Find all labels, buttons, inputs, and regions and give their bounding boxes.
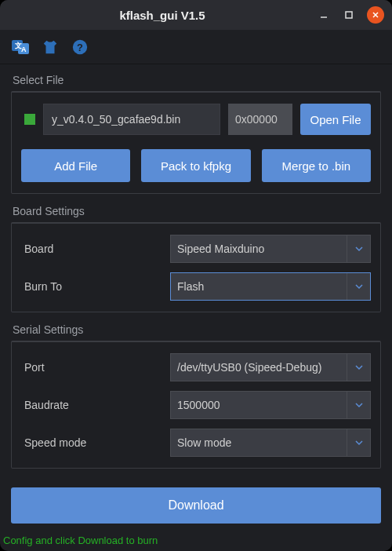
baud-select[interactable]: 1500000 <box>170 391 371 419</box>
svg-text:?: ? <box>77 41 83 53</box>
burnto-value: Flash <box>177 280 204 293</box>
board-select[interactable]: Sipeed Maixduino <box>170 235 371 263</box>
port-select[interactable]: /dev/ttyUSB0 (Sipeed-Debug) <box>170 353 371 381</box>
select-file-panel: y_v0.4.0_50_gcafae9d.bin 0x00000 Open Fi… <box>11 91 381 194</box>
close-button[interactable] <box>367 6 384 24</box>
board-settings-panel: Board Sipeed Maixduino Burn To Flash <box>11 222 381 312</box>
serial-settings-label: Serial Settings <box>13 323 381 336</box>
speed-select[interactable]: Slow mode <box>170 429 371 457</box>
file-row: y_v0.4.0_50_gcafae9d.bin 0x00000 Open Fi… <box>21 104 371 135</box>
toolbar: 文 A ? <box>0 30 392 64</box>
download-button[interactable]: Download <box>11 487 381 524</box>
file-enable-checkbox[interactable] <box>24 114 35 125</box>
file-actions-row: Add File Pack to kfpkg Merge to .bin <box>21 149 371 182</box>
app-window: kflash_gui V1.5 文 A <box>0 0 392 551</box>
status-bar: Config and click Download to burn <box>0 531 392 551</box>
file-path-input[interactable]: y_v0.4.0_50_gcafae9d.bin <box>43 104 220 135</box>
maximize-button[interactable] <box>342 8 356 22</box>
speed-row: Speed mode Slow mode <box>21 429 371 457</box>
board-label: Board <box>21 243 170 255</box>
language-icon[interactable]: 文 A <box>11 38 30 57</box>
svg-rect-1 <box>346 12 352 18</box>
speed-label: Speed mode <box>21 436 170 449</box>
skin-icon[interactable] <box>41 38 60 57</box>
port-row: Port /dev/ttyUSB0 (Sipeed-Debug) <box>21 353 371 381</box>
chevron-down-icon <box>347 392 370 418</box>
chevron-down-icon <box>347 429 370 456</box>
add-file-button[interactable]: Add File <box>21 149 130 182</box>
titlebar: kflash_gui V1.5 <box>0 0 392 30</box>
chevron-down-icon <box>347 235 370 262</box>
window-title: kflash_gui V1.5 <box>8 9 317 22</box>
baud-row: Baudrate 1500000 <box>21 391 371 419</box>
minimize-button[interactable] <box>317 8 331 22</box>
address-text: 0x00000 <box>235 113 278 126</box>
svg-text:A: A <box>21 46 27 53</box>
board-row: Board Sipeed Maixduino <box>21 235 371 263</box>
board-value: Sipeed Maixduino <box>177 243 264 255</box>
open-file-button[interactable]: Open File <box>300 104 371 135</box>
file-path-text: y_v0.4.0_50_gcafae9d.bin <box>52 113 180 126</box>
merge-bin-button[interactable]: Merge to .bin <box>262 149 371 182</box>
content-area: Select File y_v0.4.0_50_gcafae9d.bin 0x0… <box>0 64 392 531</box>
burnto-row: Burn To Flash <box>21 272 371 301</box>
chevron-down-icon <box>347 354 370 381</box>
help-icon[interactable]: ? <box>71 38 89 57</box>
serial-settings-panel: Port /dev/ttyUSB0 (Sipeed-Debug) Baudrat… <box>11 341 381 469</box>
baud-label: Baudrate <box>21 399 170 411</box>
chevron-down-icon <box>347 273 370 300</box>
port-value: /dev/ttyUSB0 (Sipeed-Debug) <box>177 361 321 374</box>
port-label: Port <box>21 361 170 374</box>
pack-kfpkg-button[interactable]: Pack to kfpkg <box>141 149 250 182</box>
speed-value: Slow mode <box>177 436 231 449</box>
select-file-label: Select File <box>13 74 381 86</box>
board-settings-label: Board Settings <box>13 205 381 217</box>
burnto-label: Burn To <box>21 280 170 293</box>
baud-value: 1500000 <box>177 399 220 411</box>
burnto-select[interactable]: Flash <box>170 272 371 301</box>
window-controls <box>317 6 384 24</box>
address-input[interactable]: 0x00000 <box>228 104 292 135</box>
